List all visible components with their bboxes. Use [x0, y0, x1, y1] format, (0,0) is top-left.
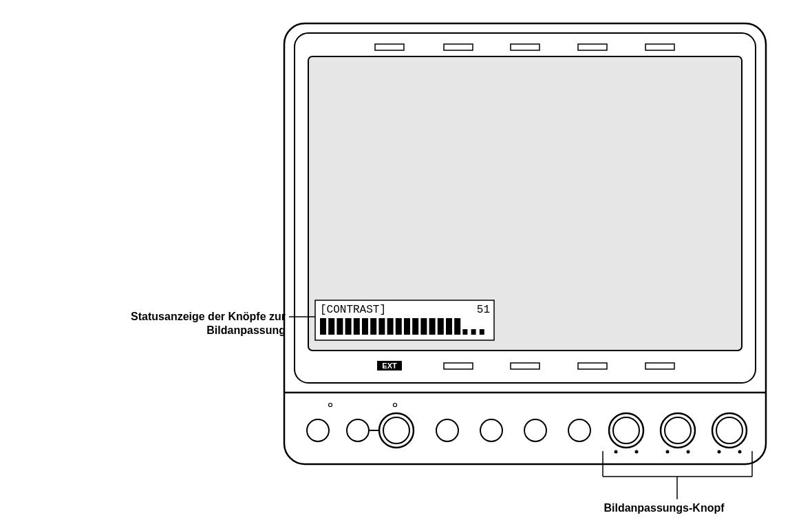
svg-rect-1 [444, 44, 473, 50]
callout-status-display: Statusanzeige der Knöpfe zur Bildanpassu… [41, 310, 286, 337]
led-2 [394, 404, 397, 407]
callout-line1: Statusanzeige der Knöpfe zur [131, 311, 286, 322]
svg-rect-23 [462, 329, 467, 335]
svg-rect-6 [320, 318, 326, 335]
svg-rect-2 [511, 44, 539, 50]
svg-rect-8 [336, 318, 343, 335]
button-4[interactable] [480, 419, 502, 441]
osd-box: [CONTRAST] 51 [315, 300, 494, 340]
button-5[interactable] [524, 419, 546, 441]
svg-rect-16 [404, 318, 410, 335]
svg-rect-4 [645, 44, 674, 50]
callout-adjust-knob: Bildanpassungs-Knopf [561, 501, 767, 515]
led-1 [329, 404, 332, 407]
callout-line2: Bildanpassung [206, 324, 286, 336]
svg-rect-28 [511, 363, 539, 369]
osd-label: [CONTRAST] [320, 304, 386, 316]
svg-point-45 [738, 450, 742, 454]
monitor-diagram: [CONTRAST] 51 EXT [0, 0, 812, 522]
svg-point-35 [613, 417, 639, 443]
svg-point-40 [666, 450, 670, 454]
svg-rect-21 [446, 318, 452, 335]
svg-point-39 [665, 417, 691, 443]
svg-rect-11 [362, 318, 368, 335]
button-3[interactable] [436, 419, 458, 441]
svg-rect-14 [387, 318, 394, 335]
svg-rect-18 [420, 318, 427, 335]
svg-rect-19 [429, 318, 436, 335]
svg-rect-0 [375, 44, 404, 50]
ext-badge: EXT [377, 361, 402, 370]
ext-badge-text: EXT [382, 362, 397, 370]
svg-rect-12 [370, 318, 376, 335]
button-6[interactable] [568, 419, 590, 441]
svg-rect-22 [454, 318, 460, 335]
svg-point-33 [383, 417, 409, 443]
svg-rect-30 [645, 363, 674, 369]
svg-rect-9 [345, 318, 352, 335]
svg-point-37 [635, 450, 639, 454]
svg-rect-7 [328, 318, 334, 335]
svg-rect-17 [412, 318, 418, 335]
svg-point-36 [615, 450, 618, 454]
svg-point-44 [718, 450, 721, 454]
svg-rect-24 [471, 329, 476, 335]
svg-rect-29 [578, 363, 607, 369]
svg-rect-13 [378, 318, 385, 335]
knob-left[interactable] [379, 413, 414, 448]
svg-rect-20 [438, 318, 444, 335]
svg-rect-10 [354, 318, 360, 335]
button-2[interactable] [347, 419, 369, 441]
osd-value: 51 [477, 304, 490, 316]
button-1[interactable] [307, 419, 329, 441]
svg-rect-27 [444, 363, 473, 369]
svg-point-43 [716, 417, 742, 443]
svg-point-41 [687, 450, 690, 454]
svg-rect-25 [480, 329, 484, 335]
svg-rect-3 [578, 44, 607, 50]
svg-rect-15 [396, 318, 402, 335]
